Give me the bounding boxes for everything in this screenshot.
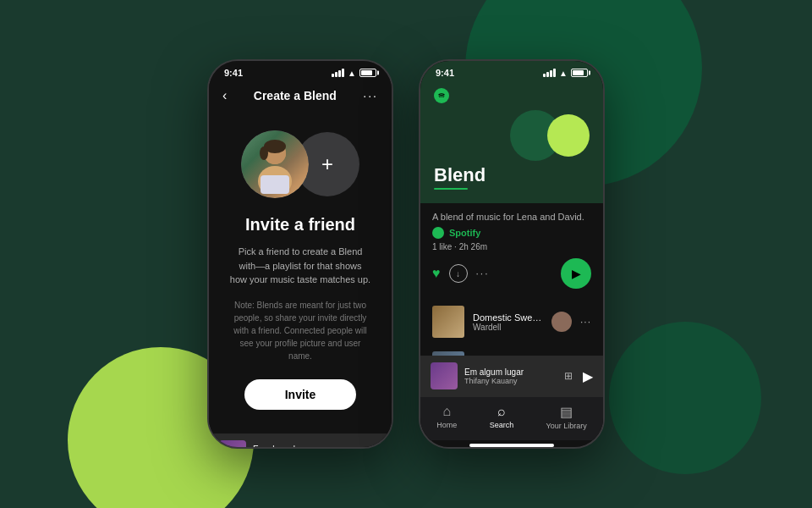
status-bar-1: 9:41 ▲ xyxy=(209,61,392,81)
nav-search-2[interactable]: ⌕ Search xyxy=(490,404,514,430)
signal-bar-2 xyxy=(335,72,337,77)
blend-spotify-icon xyxy=(432,227,444,239)
mini-info-1: Em algum lugar Thifany Kauany xyxy=(253,444,346,447)
mini-player-1[interactable]: Em algum lugar Thifany Kauany ⊞ ▶ xyxy=(209,433,392,448)
blend-header: Blend xyxy=(420,81,603,203)
home-icon-2: ⌂ xyxy=(442,404,451,419)
status-icons-1: ▲ xyxy=(332,69,376,78)
phone1-content: 9:41 ▲ ‹ Create a Blend xyxy=(209,61,392,447)
download-button[interactable]: ↓ xyxy=(449,264,468,283)
signal-bar-2-1 xyxy=(543,74,546,77)
track-item-1[interactable]: Domestic Sweater Wardell ··· xyxy=(420,299,603,345)
battery-fill-2 xyxy=(573,70,584,75)
mini-track-artist-2: Thifany Kauany xyxy=(464,377,557,385)
blend-spotify-row: Spotify xyxy=(432,227,591,239)
bottom-nav-2: ⌂ Home ⌕ Search ▤ Your Library xyxy=(420,396,603,440)
time-2: 9:41 xyxy=(436,68,454,78)
signal-bar-3 xyxy=(338,70,341,77)
signal-bar-2-2 xyxy=(546,72,549,77)
devices-icon-2[interactable]: ⊞ xyxy=(564,370,573,382)
spotify-logo xyxy=(434,88,590,103)
battery-2 xyxy=(571,69,588,77)
wifi-icon-1: ▲ xyxy=(348,69,356,78)
mini-track-title-2: Em algum lugar xyxy=(464,367,557,377)
phone-2: 9:41 ▲ xyxy=(419,59,605,449)
battery-fill-1 xyxy=(361,70,372,75)
blend-circles xyxy=(434,110,590,161)
home-label-2: Home xyxy=(436,421,457,429)
status-icons-2: ▲ xyxy=(543,69,588,78)
avatar-group: + xyxy=(241,130,359,198)
back-button[interactable]: ‹ xyxy=(222,88,227,103)
track-artist-1: Wardell xyxy=(473,323,543,332)
invite-title: Invite a friend xyxy=(245,215,355,235)
phone-1: 9:41 ▲ ‹ Create a Blend xyxy=(207,59,393,449)
invite-note: Note: Blends are meant for just two peop… xyxy=(222,299,378,362)
blend-controls: ♥ ↓ ··· ▶ xyxy=(432,258,591,289)
signal-bar-2-3 xyxy=(550,70,552,77)
search-icon-2: ⌕ xyxy=(497,404,506,419)
plus-icon: + xyxy=(321,152,333,176)
phone1-header: ‹ Create a Blend ··· xyxy=(209,81,392,110)
phone1-body: + Invite a friend Pick a friend to creat… xyxy=(209,110,392,433)
battery-1 xyxy=(359,69,376,77)
track-art-1 xyxy=(432,306,464,338)
spotify-svg xyxy=(437,91,446,100)
avatar-image xyxy=(241,130,309,198)
signal-bars-1 xyxy=(332,69,344,77)
phone2-content: 9:41 ▲ xyxy=(420,61,603,447)
user-avatar xyxy=(241,130,309,198)
more-options-button[interactable]: ··· xyxy=(476,268,490,279)
time-1: 9:41 xyxy=(224,68,243,78)
svg-rect-5 xyxy=(261,175,289,194)
spotify-icon xyxy=(434,88,449,103)
track-info-1: Domestic Sweater Wardell xyxy=(473,312,543,332)
library-label-2: Your Library xyxy=(546,422,587,430)
search-label-2: Search xyxy=(490,421,514,429)
library-icon-2: ▤ xyxy=(560,404,573,420)
blend-title: Blend xyxy=(434,164,590,186)
mini-controls-2: ⊞ ▶ xyxy=(564,368,593,384)
more-button[interactable]: ··· xyxy=(363,89,378,102)
nav-library-2[interactable]: ▤ Your Library xyxy=(546,404,587,430)
phones-container: 9:41 ▲ ‹ Create a Blend xyxy=(207,59,605,449)
signal-bar-1 xyxy=(332,74,334,77)
blend-spotify-label: Spotify xyxy=(449,228,480,238)
svg-point-4 xyxy=(260,146,268,160)
signal-bar-4 xyxy=(342,69,344,77)
mini-track-title-1: Em algum lugar xyxy=(253,444,346,447)
nav-home-2[interactable]: ⌂ Home xyxy=(436,404,457,430)
blend-info-section: A blend of music for Lena and David. Spo… xyxy=(420,203,603,299)
play-icon[interactable]: ▶ xyxy=(371,445,381,447)
mini-album-art-2 xyxy=(431,362,458,389)
signal-bar-2-4 xyxy=(553,69,556,77)
wifi-icon-2: ▲ xyxy=(559,69,568,78)
track-name-1: Domestic Sweater xyxy=(473,312,543,323)
signal-bars-2 xyxy=(543,69,556,77)
page-title: Create a Blend xyxy=(254,89,337,102)
play-icon-2[interactable]: ▶ xyxy=(583,368,593,384)
track-avatar-1 xyxy=(551,312,572,332)
mini-info-2: Em algum lugar Thifany Kauany xyxy=(464,367,557,385)
blend-underline xyxy=(434,188,468,190)
like-button[interactable]: ♥ xyxy=(432,266,441,281)
mini-controls-1: ⊞ ▶ xyxy=(353,445,381,447)
blend-description: A blend of music for Lena and David. xyxy=(432,212,591,222)
mini-album-art-1 xyxy=(219,440,246,448)
mini-player-2[interactable]: Em algum lugar Thifany Kauany ⊞ ▶ xyxy=(420,356,603,396)
home-bar-2 xyxy=(469,444,554,447)
track-list: Domestic Sweater Wardell ··· Great Divid… xyxy=(420,299,603,356)
bg-circle-dark2 xyxy=(609,322,761,474)
person-svg xyxy=(245,135,304,194)
status-bar-2: 9:41 ▲ xyxy=(420,61,603,81)
blend-circle-lime xyxy=(547,114,590,157)
play-button[interactable]: ▶ xyxy=(561,258,591,289)
invite-button[interactable]: Invite xyxy=(244,379,357,410)
blend-stats: 1 like · 2h 26m xyxy=(432,242,591,251)
track-more-1[interactable]: ··· xyxy=(580,316,591,328)
track-item-2[interactable]: Great Divide Ira Wolf ··· xyxy=(420,345,603,356)
invite-subtitle: Pick a friend to create a Blend with—a p… xyxy=(222,245,378,287)
